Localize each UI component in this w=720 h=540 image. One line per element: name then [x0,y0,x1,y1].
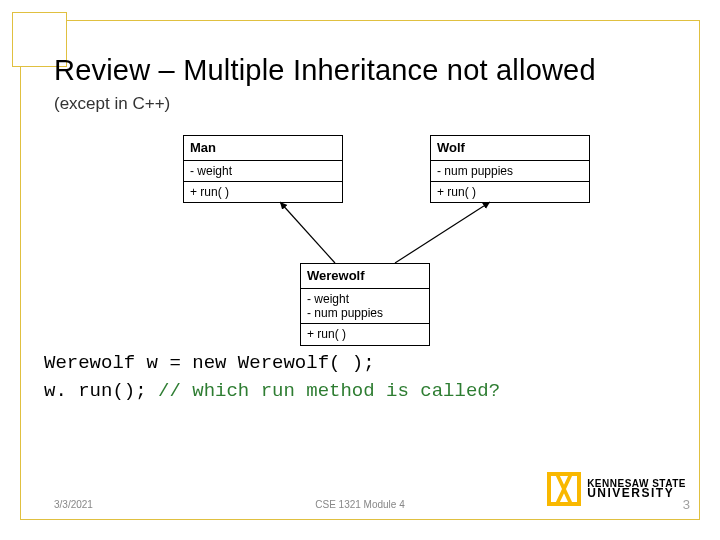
uml-class-name: Werewolf [301,264,429,289]
uml-class-werewolf: Werewolf - weight - num puppies + run( ) [300,263,430,346]
uml-class-name: Wolf [431,136,589,161]
slide-subtitle: (except in C++) [54,94,170,114]
uml-attribute: - weight - num puppies [301,289,429,325]
footer-page-number: 3 [683,497,690,512]
uml-method: + run( ) [301,324,429,344]
uml-method: + run( ) [431,182,589,202]
uml-class-wolf: Wolf - num puppies + run( ) [430,135,590,203]
footer-date: 3/3/2021 [54,499,93,510]
code-comment: // which run method is called? [158,380,500,402]
uml-attribute: - num puppies [431,161,589,182]
uml-class-name: Man [184,136,342,161]
ksu-logo-text: KENNESAW STATE UNIVERSITY [587,479,686,500]
uml-attribute: - weight [184,161,342,182]
code-block: Werewolf w = new Werewolf( ); w. run(); … [44,350,500,405]
code-line-1: Werewolf w = new Werewolf( ); [44,352,375,374]
uml-attr-2: - num puppies [307,306,383,320]
ksu-logo-mark [547,472,581,506]
slide: Review – Multiple Inheritance not allowe… [0,0,720,540]
ksu-logo: KENNESAW STATE UNIVERSITY [547,472,686,506]
uml-attr-1: - weight [307,292,349,306]
footer-course: CSE 1321 Module 4 [315,499,405,510]
uml-class-man: Man - weight + run( ) [183,135,343,203]
slide-title: Review – Multiple Inheritance not allowe… [54,54,596,87]
code-line-2a: w. run(); [44,380,158,402]
uml-method: + run( ) [184,182,342,202]
logo-line-2: UNIVERSITY [587,488,686,499]
